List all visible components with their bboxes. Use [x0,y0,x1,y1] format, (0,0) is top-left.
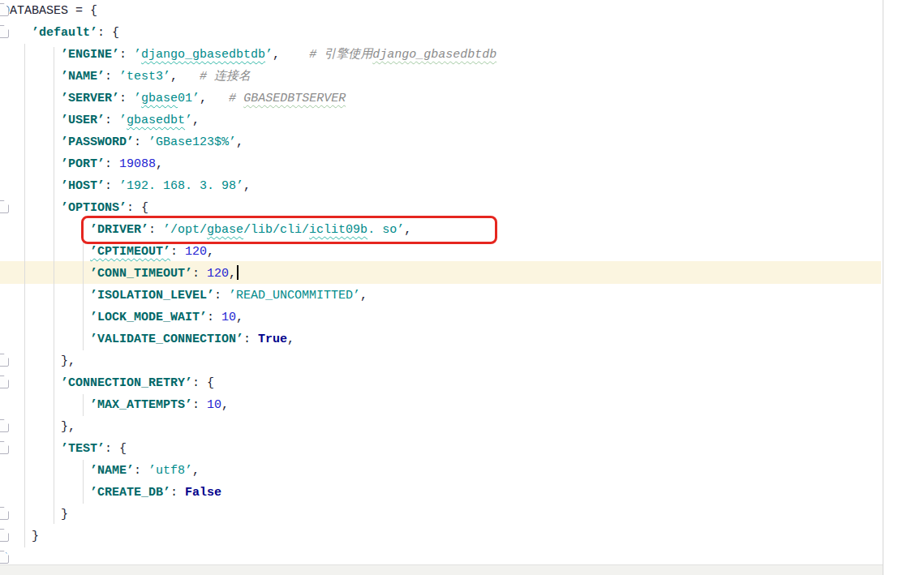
code-token: ’DRIVER’ [90,223,148,237]
code-token: : [192,398,207,412]
code-token [2,135,61,149]
code-token [2,289,90,303]
code-token: ’ENGINE’ [61,48,119,62]
code-token: 120 [207,267,229,281]
code-line[interactable]: }, [0,416,496,438]
code-token: iclit09b [309,223,367,237]
code-line[interactable]: ’ISOLATION_LEVEL’: ’READ_UNCOMMITTED’, [0,285,496,307]
code-token [2,333,90,346]
code-line[interactable]: ’CONN_TIMEOUT’: 120, [0,263,496,285]
code-token: : { [97,26,119,40]
code-token: django_gbasedbtdb [141,48,265,62]
code-line[interactable]: ’NAME’: ’test3’, # 连接名 [0,66,496,88]
code-token: ’LOCK_MODE_WAIT’ [90,311,207,324]
code-lines-container[interactable]: DATABASES = { ’default’: { ’ENGINE’: ’dj… [0,0,496,569]
code-token [2,223,90,237]
code-token: . so’ [367,223,404,237]
code-token: # 连接名 [200,70,251,84]
code-token: 10 [207,398,221,412]
code-token: : [170,486,185,500]
code-token: ’CONN_TIMEOUT’ [90,267,192,281]
code-token: ’/opt/ [163,223,207,237]
code-token: : [105,179,119,193]
code-token: , [192,114,200,127]
code-token: ’ [185,114,192,127]
code-line[interactable]: ’TEST’: { [0,438,496,460]
code-token: gbase [141,92,178,105]
code-line[interactable]: ’PASSWORD’: ’GBase123$%’, [0,131,496,153]
code-line[interactable]: ’LOCK_MODE_WAIT’: 10, [0,307,496,328]
code-token: , [200,92,229,105]
code-token [2,376,61,390]
code-token [2,70,61,84]
code-line[interactable]: ’CREATE_DB’: False [0,482,496,504]
code-token: : { [192,376,214,390]
code-line[interactable]: ’CPTIMEOUT’: 120, [0,241,496,263]
code-line[interactable]: } [0,504,496,526]
text-cursor [237,265,239,280]
code-line[interactable]: ’USER’: ’gbasedbt’, [0,109,496,131]
code-line[interactable]: ’HOST’: ’192. 168. 3. 98’, [0,175,496,197]
code-token: } [2,508,68,521]
code-line[interactable]: ’CONNECTION_RETRY’: { [0,372,496,394]
code-token: , [287,333,294,346]
code-token: ’ [265,48,273,62]
code-line[interactable]: DATABASES = { [0,0,496,22]
code-token [2,114,61,127]
code-token: ’ISOLATION_LEVEL’ [90,289,214,303]
code-token: True [258,333,287,346]
code-token: ’HOST’ [61,179,105,193]
code-token: , [170,70,200,84]
code-line[interactable]: ’SERVER’: ’gbase01’, # GBASEDBTSERVER [0,88,496,109]
code-token: ’CPTIMEOUT’ [90,245,170,259]
code-token [2,201,61,215]
code-token: : [148,223,163,237]
code-token [2,398,90,412]
code-token: : { [105,442,127,456]
code-token: , [229,267,236,281]
code-line[interactable]: ’DRIVER’: ’/opt/gbase/lib/cli/iclit09b. … [0,219,496,241]
code-token: : [170,245,185,259]
code-token: : [207,311,221,324]
code-token: ’MAX_ATTEMPTS’ [90,398,192,412]
code-token: # 引擎使用 [309,48,372,62]
code-token: ’ [134,48,141,62]
code-token: : [105,70,119,84]
code-token: ’test3’ [119,70,170,84]
code-token: ’NAME’ [90,464,134,478]
horizontal-scrollbar-track[interactable] [0,564,883,575]
code-token: , [236,311,243,324]
code-token: : [105,114,119,127]
code-token: ’ [119,114,127,127]
code-line[interactable]: ’ENGINE’: ’django_gbasedbtdb’, # 引擎使用dja… [0,44,496,66]
code-line[interactable]: ’NAME’: ’utf8’, [0,460,496,482]
code-token: ’READ_UNCOMMITTED’ [229,289,360,303]
code-token: 01’ [178,92,200,105]
code-token: ’GBase123$%’ [148,135,236,149]
code-token: , [156,157,163,171]
code-line[interactable]: ’VALIDATE_CONNECTION’: True, [0,328,496,350]
code-line[interactable]: ’default’: { [0,22,496,44]
code-token: , [192,464,200,478]
code-token: ’PORT’ [61,157,105,171]
code-token: ’TEST’ [61,442,105,456]
code-line[interactable]: }, [0,350,496,372]
code-token: ’CONNECTION_RETRY’ [61,376,192,390]
code-line[interactable]: } [0,526,496,547]
code-token: gbase [207,223,243,237]
code-token: GBASEDBTSERVER [243,92,346,105]
code-token: /lib/cli/ [243,223,309,237]
code-token: , [360,289,367,303]
code-token: : [243,333,258,346]
code-token [2,464,90,478]
code-editor-surface[interactable]: DATABASES = { ’default’: { ’ENGINE’: ’dj… [0,0,924,575]
code-line[interactable]: ’PORT’: 19088, [0,153,496,175]
code-line[interactable]: ’OPTIONS’: { [0,197,496,219]
code-token: # [229,92,243,105]
code-token [2,486,90,500]
editor-right-divider [883,0,883,575]
code-line[interactable]: ’MAX_ATTEMPTS’: 10, [0,394,496,416]
code-token: ’PASSWORD’ [61,135,134,149]
code-token: , [273,48,309,62]
code-token: : [214,289,229,303]
